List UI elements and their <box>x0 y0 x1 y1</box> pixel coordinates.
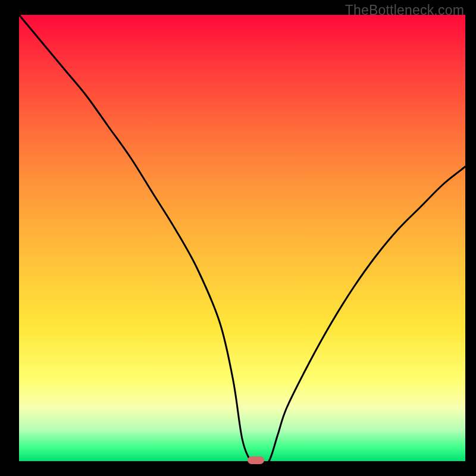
bottleneck-curve <box>0 0 476 476</box>
chart-frame: TheBottleneck.com <box>0 0 476 476</box>
watermark-text: TheBottleneck.com <box>345 2 464 18</box>
optimal-marker <box>248 456 264 464</box>
